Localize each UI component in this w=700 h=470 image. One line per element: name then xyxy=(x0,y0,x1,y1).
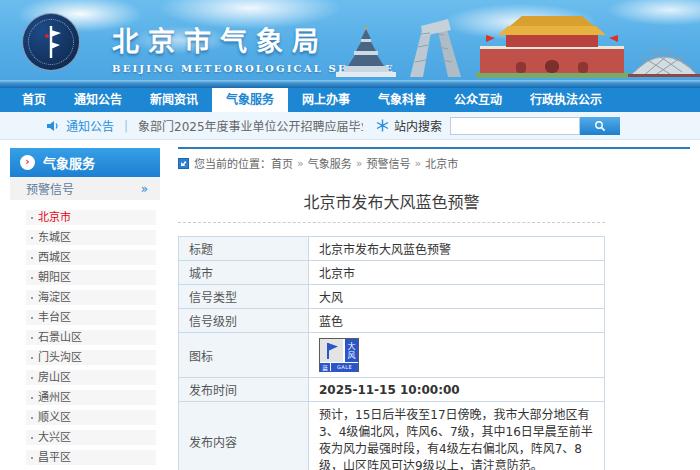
notice-divider: | xyxy=(124,119,128,133)
breadcrumb-separator: » xyxy=(414,157,421,170)
gale-blue-warning-icon: 大 风 蓝 GALE xyxy=(319,338,359,372)
field-label: 图标 xyxy=(179,333,309,378)
district-item-tongzhou[interactable]: 通州区 xyxy=(26,390,156,405)
search-label: 站内搜索 xyxy=(394,117,442,134)
warning-level-strip: 蓝 GALE xyxy=(320,362,358,371)
district-item-haidian[interactable]: 海淀区 xyxy=(26,290,156,305)
search-input[interactable] xyxy=(450,117,580,135)
district-item-xicheng[interactable]: 西城区 xyxy=(26,250,156,265)
breadcrumb: 您当前的位置： 首页 » 气象服务 » 预警信号 » 北京市 xyxy=(178,155,690,171)
table-row: 标题 北京市发布大风蓝色预警 xyxy=(179,237,605,261)
district-item-chaoyang[interactable]: 朝阳区 xyxy=(26,270,156,285)
search-button[interactable] xyxy=(580,117,620,135)
table-row: 图标 大 风 xyxy=(179,333,605,378)
temple-of-heaven-icon xyxy=(336,26,396,77)
article-title: 北京市发布大风蓝色预警 xyxy=(178,189,605,213)
magnifier-icon xyxy=(594,120,606,132)
field-label: 发布内容 xyxy=(179,402,309,470)
field-value-publish-time: 2025-11-15 10:00:00 xyxy=(309,378,605,402)
content-top-rule xyxy=(178,147,690,149)
wind-flag-icon xyxy=(320,339,343,363)
district-item-changping[interactable]: 昌平区 xyxy=(26,450,156,465)
snowflake-icon xyxy=(376,119,389,132)
banner-bottom-band xyxy=(0,80,700,88)
notice-ticker-link[interactable]: 象部门2025年度事业单位公开招聘应届毕业生拟聘用人」 xyxy=(138,117,363,134)
field-label: 发布时间 xyxy=(179,378,309,402)
warning-level-en: GALE xyxy=(331,363,358,372)
location-icon xyxy=(178,158,189,169)
page: 北京市气象局 BEIJING METEOROLOGICAL SERVICE xyxy=(0,0,700,470)
sidebar-section-title: 气象服务 xyxy=(43,153,95,172)
district-item-daxing[interactable]: 大兴区 xyxy=(26,430,156,445)
district-item-dongcheng[interactable]: 东城区 xyxy=(26,230,156,245)
district-item-beijing[interactable]: 北京市 xyxy=(26,210,156,225)
sidebar-item-warning-signals[interactable]: 预警信号 » xyxy=(10,177,160,200)
breadcrumb-home[interactable]: 首页 xyxy=(271,155,293,171)
breadcrumb-warning-signals[interactable]: 预警信号 xyxy=(366,155,410,171)
field-label: 信号类型 xyxy=(179,285,309,309)
sidebar-sub-label: 预警信号 xyxy=(26,180,74,197)
nav-item-news[interactable]: 新闻资讯 xyxy=(136,88,212,112)
nav-item-law-enforcement[interactable]: 行政执法公示 xyxy=(516,88,616,112)
article: 北京市发布大风蓝色预警 标题 北京市发布大风蓝色预警 城市 北京市 信号类型 大… xyxy=(178,189,605,470)
birds-nest-icon xyxy=(628,46,700,77)
warning-type-label: 大 风 xyxy=(344,339,358,363)
table-row: 信号类型 大风 xyxy=(179,285,605,309)
bureau-logo xyxy=(22,13,80,71)
field-label: 标题 xyxy=(179,237,309,261)
district-item-shunyi[interactable]: 顺义区 xyxy=(26,410,156,425)
district-item-shijingshan[interactable]: 石景山区 xyxy=(26,330,156,345)
district-list: 北京市 东城区 西城区 朝阳区 海淀区 丰台区 石景山区 门头沟区 房山区 通州… xyxy=(10,210,160,470)
district-item-mentougou[interactable]: 门头沟区 xyxy=(26,350,156,365)
notice-bar: 通知公告 | 象部门2025年度事业单位公开招聘应届毕业生拟聘用人」 站内搜索 xyxy=(0,112,700,140)
warning-level-cn: 蓝 xyxy=(320,363,330,372)
district-item-fengtai[interactable]: 丰台区 xyxy=(26,310,156,325)
main-content: 您当前的位置： 首页 » 气象服务 » 预警信号 » 北京市 北京市发布大风蓝色… xyxy=(178,147,690,470)
field-value-signal-level: 蓝色 xyxy=(309,309,605,333)
nav-item-interaction[interactable]: 公众互动 xyxy=(440,88,516,112)
red-arrow-icon: › xyxy=(20,155,35,170)
nav-item-notices[interactable]: 通知公告 xyxy=(60,88,136,112)
breadcrumb-separator: » xyxy=(297,157,304,170)
table-row: 发布时间 2025-11-15 10:00:00 xyxy=(179,378,605,402)
field-value-icon: 大 风 蓝 GALE xyxy=(309,333,605,378)
speaker-icon xyxy=(46,120,60,132)
nav-item-weather-services[interactable]: 气象服务 xyxy=(212,88,288,112)
table-row: 发布内容 预计，15日后半夜至17日傍晚，我市大部分地区有3、4级偏北风，阵风6… xyxy=(179,402,605,470)
nav-item-online-services[interactable]: 网上办事 xyxy=(288,88,364,112)
field-value-title: 北京市发布大风蓝色预警 xyxy=(309,237,605,261)
breadcrumb-weather-services[interactable]: 气象服务 xyxy=(308,155,352,171)
warning-detail-table: 标题 北京市发布大风蓝色预警 城市 北京市 信号类型 大风 信号级别 蓝色 图标 xyxy=(178,236,605,470)
beijing-landmarks-illustration xyxy=(320,2,700,80)
expand-chevrons-icon[interactable]: » xyxy=(141,182,148,196)
tiananmen-icon xyxy=(476,16,628,78)
nav-item-science[interactable]: 气象科普 xyxy=(364,88,440,112)
weather-vane-icon xyxy=(37,24,67,62)
title-divider xyxy=(178,222,605,223)
breadcrumb-prefix: 您当前的位置： xyxy=(194,155,271,171)
site-search: 站内搜索 xyxy=(376,117,620,135)
breadcrumb-beijing[interactable]: 北京市 xyxy=(425,155,458,171)
field-label: 城市 xyxy=(179,261,309,285)
field-value-signal-type: 大风 xyxy=(309,285,605,309)
table-row: 信号级别 蓝色 xyxy=(179,309,605,333)
header-banner: 北京市气象局 BEIJING METEOROLOGICAL SERVICE xyxy=(0,0,700,88)
sidebar-section-header: › 气象服务 xyxy=(10,148,160,177)
notice-label[interactable]: 通知公告 xyxy=(66,117,114,134)
breadcrumb-separator: » xyxy=(356,157,363,170)
field-value-content: 预计，15日后半夜至17日傍晚，我市大部分地区有3、4级偏北风，阵风6、7级，其… xyxy=(309,402,605,470)
sidebar: › 气象服务 预警信号 » 北京市 东城区 西城区 朝阳区 海淀区 丰台区 石景… xyxy=(10,148,160,470)
district-item-fangshan[interactable]: 房山区 xyxy=(26,370,156,385)
table-row: 城市 北京市 xyxy=(179,261,605,285)
field-value-city: 北京市 xyxy=(309,261,605,285)
cctv-tower-icon xyxy=(410,19,461,77)
main-nav: 首页 通知公告 新闻资讯 气象服务 网上办事 气象科普 公众互动 行政执法公示 xyxy=(0,88,700,112)
field-label: 信号级别 xyxy=(179,309,309,333)
nav-item-home[interactable]: 首页 xyxy=(8,88,60,112)
